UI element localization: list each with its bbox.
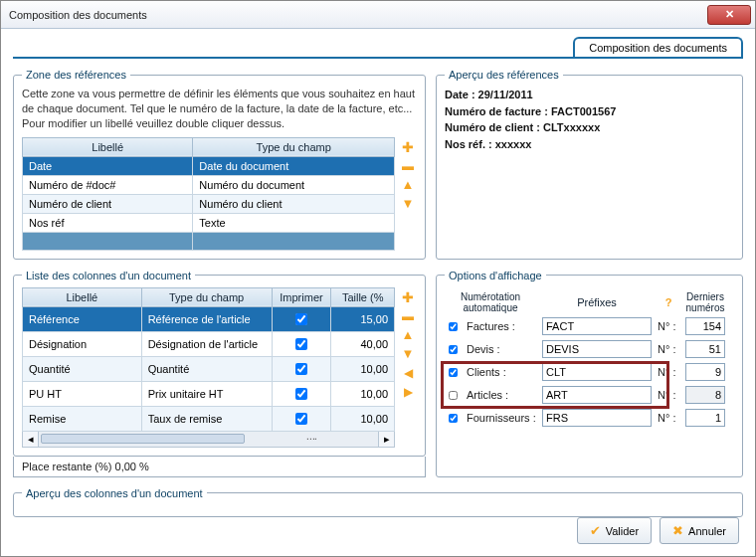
col-libelle[interactable]: Libellé xyxy=(23,287,142,306)
factures-checkbox[interactable] xyxy=(449,320,458,333)
devis-label: Devis : xyxy=(467,343,536,355)
references-table[interactable]: Libellé Type du champ DateDate du docume… xyxy=(22,137,395,251)
preview-line: Numéro de facture : FACT001567 xyxy=(445,103,734,120)
articles-prefix-input[interactable] xyxy=(542,386,652,404)
left-icon[interactable] xyxy=(399,365,417,381)
close-icon: ✕ xyxy=(725,8,734,21)
devis-prefix-input[interactable] xyxy=(542,340,652,358)
col-libelle[interactable]: Libellé xyxy=(23,137,193,156)
preview-line: Numéro de client : CLTxxxxxx xyxy=(445,119,734,136)
tab-composition[interactable]: Composition des documents xyxy=(573,37,743,57)
apercu-references: Aperçu des références Date : 29/11/2011 … xyxy=(436,69,743,260)
articles-checkbox[interactable] xyxy=(449,389,458,402)
plus-icon[interactable] xyxy=(399,289,417,305)
scroll-right-icon[interactable]: ▸ xyxy=(378,432,394,447)
articles-label: Articles : xyxy=(467,389,536,401)
preview-line: Nos réf. : xxxxxx xyxy=(445,136,734,153)
zone-references-help: Cette zone va vous permettre de définir … xyxy=(22,87,417,131)
zone-references-legend: Zone des références xyxy=(22,69,130,81)
devis-checkbox[interactable] xyxy=(449,343,458,356)
zone-references: Zone des références Cette zone va vous p… xyxy=(13,69,426,260)
print-checkbox[interactable] xyxy=(295,338,307,350)
table-row[interactable]: Numéro de #doc#Numéro du document xyxy=(23,175,395,194)
check-icon: ✔ xyxy=(590,523,601,538)
print-checkbox[interactable] xyxy=(295,363,307,375)
devis-num-input[interactable] xyxy=(685,340,725,358)
scroll-left-icon[interactable]: ◂ xyxy=(23,432,39,447)
col-imprimer[interactable]: Imprimer xyxy=(272,287,331,306)
col-type[interactable]: Type du champ xyxy=(193,137,395,156)
table-row[interactable]: RéférenceRéférence de l'article15,00 xyxy=(23,306,395,331)
clients-num-input[interactable] xyxy=(685,363,725,381)
fournisseurs-checkbox[interactable] xyxy=(449,412,458,425)
minus-icon[interactable] xyxy=(399,158,417,174)
clients-label: Clients : xyxy=(467,366,536,378)
window-title: Composition des documents xyxy=(9,9,147,21)
table-row[interactable]: DateDate du document xyxy=(23,156,395,175)
annuler-button[interactable]: ✖Annuler xyxy=(660,517,739,544)
header-prefixes: Préfixes xyxy=(542,296,652,308)
print-checkbox[interactable] xyxy=(295,388,307,400)
up-icon[interactable] xyxy=(399,327,417,343)
factures-num-input[interactable] xyxy=(685,317,725,335)
horizontal-scrollbar[interactable]: ◂ ᠁ ▸ xyxy=(22,432,395,448)
place-restante: Place restante (%) 0,00 % xyxy=(13,457,426,477)
columns-table[interactable]: Libellé Type du champ Imprimer Taille (%… xyxy=(22,287,395,432)
table-row[interactable]: RemiseTaux de remise10,00 xyxy=(23,406,395,431)
options-affichage: Options d'affichage Numérotation automat… xyxy=(436,270,743,477)
fournisseurs-label: Fournisseurs : xyxy=(467,412,536,424)
apercu-colonnes-legend: Aperçu des colonnes d'un document xyxy=(22,487,207,499)
table-row[interactable]: QuantitéQuantité10,00 xyxy=(23,356,395,381)
plus-icon[interactable] xyxy=(399,139,417,155)
down-icon[interactable] xyxy=(399,346,417,362)
help-icon[interactable]: ? xyxy=(658,296,679,308)
tab-strip: Composition des documents xyxy=(13,37,743,59)
factures-prefix-input[interactable] xyxy=(542,317,652,335)
col-type[interactable]: Type du champ xyxy=(141,287,272,306)
table-row[interactable] xyxy=(23,232,395,250)
articles-num-input[interactable] xyxy=(685,386,725,404)
apercu-colonnes: Aperçu des colonnes d'un document xyxy=(13,487,743,517)
clients-checkbox[interactable] xyxy=(449,366,458,379)
down-icon[interactable] xyxy=(399,196,417,212)
header-derniers: Derniers numéros xyxy=(685,291,725,313)
valider-button[interactable]: ✔Valider xyxy=(577,517,652,544)
table-row[interactable]: PU HTPrix unitaire HT10,00 xyxy=(23,381,395,406)
right-icon[interactable] xyxy=(399,384,417,400)
up-icon[interactable] xyxy=(399,177,417,193)
n-label: N° : xyxy=(658,320,679,332)
table-row[interactable]: Numéro de clientNuméro du client xyxy=(23,194,395,213)
preview-line: Date : 29/11/2011 xyxy=(445,87,734,103)
minus-icon[interactable] xyxy=(399,308,417,324)
header-nauto: Numérotation automatique xyxy=(445,291,536,313)
scroll-thumb[interactable] xyxy=(41,434,245,444)
fournisseurs-num-input[interactable] xyxy=(685,409,725,427)
apercu-references-legend: Aperçu des références xyxy=(445,69,563,81)
liste-colonnes: Liste des colonnes d'un document Libellé… xyxy=(13,270,426,457)
factures-label: Factures : xyxy=(467,320,536,332)
print-checkbox[interactable] xyxy=(295,313,307,325)
clients-prefix-input[interactable] xyxy=(542,363,652,381)
table-row[interactable]: Nos réfTexte xyxy=(23,213,395,232)
close-button[interactable]: ✕ xyxy=(707,5,751,25)
titlebar: Composition des documents ✕ xyxy=(1,1,755,29)
table-row[interactable]: DésignationDésignation de l'article40,00 xyxy=(23,331,395,356)
fournisseurs-prefix-input[interactable] xyxy=(542,409,652,427)
liste-colonnes-legend: Liste des colonnes d'un document xyxy=(22,270,195,281)
cancel-icon: ✖ xyxy=(672,523,683,538)
col-taille[interactable]: Taille (% xyxy=(331,287,395,306)
print-checkbox[interactable] xyxy=(295,413,307,425)
options-legend: Options d'affichage xyxy=(445,270,546,281)
